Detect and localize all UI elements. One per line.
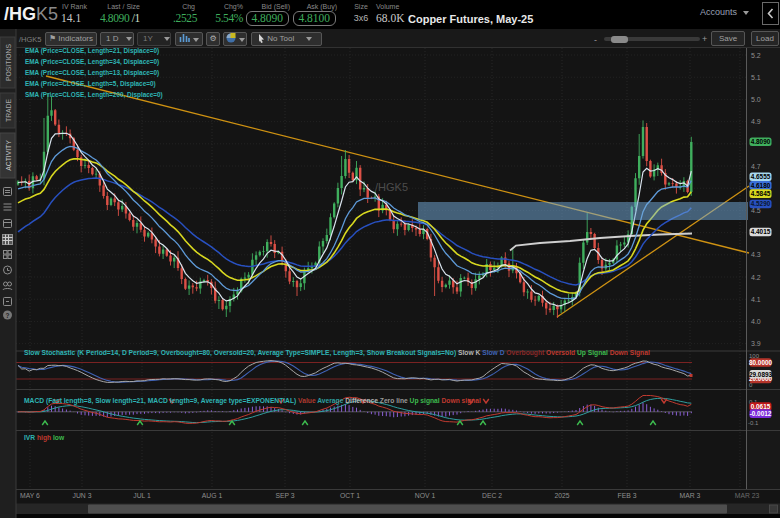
svg-text:-0.1: -0.1 xyxy=(748,420,759,426)
svg-text:?: ? xyxy=(6,312,10,319)
svg-text:80.0000: 80.0000 xyxy=(749,359,773,366)
svg-text:5.2: 5.2 xyxy=(751,52,761,59)
svg-text:-0.0012: -0.0012 xyxy=(750,410,772,417)
svg-text:4.5845: 4.5845 xyxy=(751,190,771,197)
svg-text:EMA (Price=CLOSE, Length=13, D: EMA (Price=CLOSE, Length=13, Displace=0) xyxy=(25,69,159,77)
svg-text:4.7: 4.7 xyxy=(751,163,761,170)
svg-text:EMA (Price=CLOSE, Length=34, D: EMA (Price=CLOSE, Length=34, Displace=0) xyxy=(25,58,159,66)
svg-text:4.8090: 4.8090 xyxy=(751,138,771,145)
svg-text:MAR 23: MAR 23 xyxy=(735,492,760,499)
svg-text:4.2: 4.2 xyxy=(751,274,761,281)
svg-text:EMA (Price=CLOSE, Length=5, Di: EMA (Price=CLOSE, Length=5, Displace=0) xyxy=(25,80,156,88)
svg-text:4.9: 4.9 xyxy=(751,118,761,125)
svg-text:2025: 2025 xyxy=(554,492,569,499)
svg-text:4.1: 4.1 xyxy=(751,296,761,303)
svg-text:4.0: 4.0 xyxy=(751,318,761,325)
svg-text:DEC 2: DEC 2 xyxy=(482,492,502,499)
svg-text:4.5290: 4.5290 xyxy=(751,200,771,207)
svg-text:NOV 1: NOV 1 xyxy=(415,492,436,499)
svg-text:FEB 3: FEB 3 xyxy=(618,492,637,499)
svg-text:5.1: 5.1 xyxy=(751,74,761,81)
svg-text:MACD (Fast length=8, Slow leng: MACD (Fast length=8, Slow length=21, MAC… xyxy=(24,397,481,405)
svg-text:OCT 1: OCT 1 xyxy=(340,492,360,499)
svg-text:MAR 3: MAR 3 xyxy=(680,492,701,499)
svg-text:/HGK5: /HGK5 xyxy=(375,181,408,193)
svg-text:3.9: 3.9 xyxy=(751,340,761,347)
svg-text:JUN 3: JUN 3 xyxy=(73,492,92,499)
svg-text:4.6555: 4.6555 xyxy=(751,173,771,180)
svg-text:5.0: 5.0 xyxy=(751,96,761,103)
svg-text:4.6180: 4.6180 xyxy=(751,182,771,189)
svg-text:Slow Stochastic (K Period=14,: Slow Stochastic (K Period=14, D Period=9… xyxy=(24,349,650,357)
svg-text:29.0893: 29.0893 xyxy=(749,371,773,378)
svg-text:0.0615: 0.0615 xyxy=(751,403,771,410)
svg-text:4.4015: 4.4015 xyxy=(751,228,771,235)
svg-text:MAY 6: MAY 6 xyxy=(20,492,40,499)
svg-text:IVR high low: IVR high low xyxy=(24,434,65,442)
svg-text:POSITIONS: POSITIONS xyxy=(5,44,12,81)
svg-text:SMA (Price=CLOSE, Length=200,: SMA (Price=CLOSE, Length=200, Displace=0… xyxy=(25,91,163,99)
svg-text:AUG 1: AUG 1 xyxy=(202,492,223,499)
svg-text:4.3: 4.3 xyxy=(751,251,761,258)
svg-text:ACTIVITY: ACTIVITY xyxy=(5,140,12,171)
svg-text:TRADE: TRADE xyxy=(5,99,12,123)
svg-text:JUL 1: JUL 1 xyxy=(133,492,151,499)
svg-text:SEP 3: SEP 3 xyxy=(275,492,294,499)
